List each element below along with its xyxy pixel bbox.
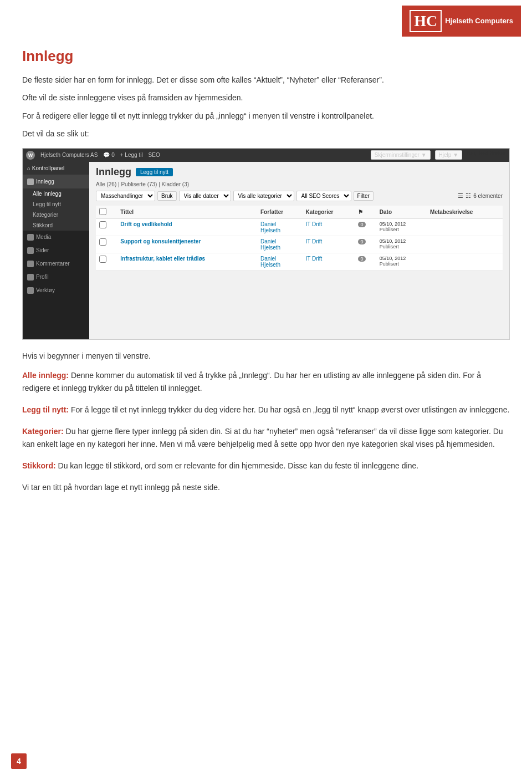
body-section-6: Vi tar en titt på hvordan lage et nytt i… [22, 481, 510, 494]
tool-icon [27, 287, 34, 294]
table-row: Drift og vedlikehold DanielHjelseth IT D… [96, 218, 503, 236]
sidebar-item-verktoy[interactable]: Verktøy [23, 284, 89, 297]
filter-button[interactable]: Filter [354, 191, 374, 201]
col-flag: ⚑ [355, 206, 376, 219]
wp-adminbar-new: + Legg til [120, 152, 143, 158]
wp-new-post-button[interactable]: Legg til nytt [136, 168, 173, 176]
grid-icon: ☰ [458, 192, 463, 200]
col-tittel: Tittel [117, 206, 257, 219]
logo: HC Hjelseth Computers [402, 6, 521, 37]
table-row: Support og konsulenttjenester DanielHjel… [96, 236, 503, 253]
wp-layout: ⌂ Kontrollpanel Innlegg Alle innlegg Leg… [23, 162, 509, 339]
wp-main-area: Innlegg Legg til nytt Alle (26) | Publis… [89, 162, 509, 339]
post-date-2: 05/10, 2012Publisert [376, 236, 427, 253]
row-checkbox [96, 236, 117, 253]
section3-bold: Legg til nytt: [22, 405, 69, 414]
wp-content-header: Innlegg Legg til nytt [89, 162, 509, 180]
apply-button[interactable]: Bruk [157, 191, 177, 201]
user-icon [27, 274, 34, 281]
sidebar-label-kommentarer: Kommentarer [36, 261, 70, 267]
post-meta-3 [427, 253, 503, 270]
body-section-2: Alle innlegg: Denne kommer du automatisk… [22, 369, 510, 395]
row-checkbox [96, 218, 117, 236]
wp-posts-title: Innlegg [96, 166, 131, 178]
wp-adminbar-site: Hjelseth Computers AS [40, 152, 98, 158]
wp-screenshot: W Hjelseth Computers AS 💬 0 + Legg til S… [22, 148, 510, 340]
sidebar-sub-alle-innlegg[interactable]: Alle innlegg [23, 188, 89, 199]
seo-filter-select[interactable]: All SEO Scores [296, 191, 351, 201]
wp-sidebar: ⌂ Kontrollpanel Innlegg Alle innlegg Leg… [23, 162, 89, 339]
posts-table: Tittel Forfatter Kategorier ⚑ Dato Metab… [96, 206, 503, 271]
wp-subnav-links: Alle (26) | Publiserte (73) | Kladder (3… [96, 181, 189, 187]
intro-paragraph-4: Det vil da se slik ut: [22, 128, 510, 140]
post-title-1[interactable]: Drift og vedlikehold [117, 218, 257, 236]
col-meta: Metabeskrivelse [427, 206, 503, 219]
section5-bold: Stikkord: [22, 461, 56, 470]
col-kategorier: Kategorier [302, 206, 355, 219]
sidebar-label-sider: Sider [36, 247, 49, 253]
sidebar-item-kommentarer[interactable]: Kommentarer [23, 257, 89, 271]
wp-adminbar-comments: 💬 0 [103, 152, 114, 158]
post-category-3: IT Drift [302, 253, 355, 270]
body-section-4: Kategorier: Du har gjerne flere typer in… [22, 425, 510, 451]
bulk-action-select[interactable]: Massehandlinger [96, 191, 155, 201]
wp-toolbar: Massehandlinger Bruk Vis alle datoer Vis… [89, 188, 509, 203]
post-title-3[interactable]: Infrastruktur, kablet eller trådløs [117, 253, 257, 270]
sidebar-item-innlegg[interactable]: Innlegg [23, 175, 89, 188]
page-icon [27, 247, 34, 254]
section3-text: For å legge til et nyt innlegg trykker d… [71, 405, 509, 414]
post-author-2: DanielHjelseth [257, 236, 302, 253]
date-filter-select[interactable]: Vis alle datoer [179, 191, 231, 201]
page-number: 4 [11, 753, 27, 769]
post-author-1: DanielHjelseth [257, 218, 302, 236]
main-content: Innlegg De fleste sider har en form for … [0, 37, 532, 523]
wp-adminbar: W Hjelseth Computers AS 💬 0 + Legg til S… [23, 149, 509, 162]
section4-bold: Kategorier: [22, 427, 64, 436]
section2-bold: Alle innlegg: [22, 371, 69, 380]
post-author-3: DanielHjelseth [257, 253, 302, 270]
sidebar-item-sider[interactable]: Sider [23, 244, 89, 257]
wp-user-greeting: Hei, Test Bruker [467, 150, 506, 160]
sidebar-label-media: Media [36, 234, 51, 240]
media-icon [27, 234, 34, 241]
select-all-checkbox[interactable] [99, 208, 106, 215]
sidebar-item-profil[interactable]: Profil [23, 271, 89, 284]
logo-company-name: Hjelseth Computers [445, 16, 513, 26]
row-select-checkbox[interactable] [99, 256, 106, 263]
page-title: Innlegg [22, 48, 510, 65]
intro-paragraph-1: De fleste sider har en form for innlegg.… [22, 74, 510, 86]
post-title-2[interactable]: Support og konsulenttjenester [117, 236, 257, 253]
sidebar-sub-kategorier[interactable]: Kategorier [23, 210, 89, 220]
post-flag-3: 0 [355, 253, 376, 270]
row-select-checkbox[interactable] [99, 221, 106, 228]
post-category-1: IT Drift [302, 218, 355, 236]
col-dato: Dato [376, 206, 427, 219]
intro-paragraph-3: For å redigere eller legge til et nytt i… [22, 110, 510, 122]
post-meta-2 [427, 236, 503, 253]
logo-initials: HC [410, 10, 442, 32]
col-checkbox [96, 206, 117, 219]
wp-hjelp-btn[interactable]: Hjelp ▼ [435, 150, 462, 160]
post-date-1: 05/10, 2012Publisert [376, 218, 427, 236]
element-count: 6 elementer [473, 193, 503, 199]
post-category-2: IT Drift [302, 236, 355, 253]
sidebar-sub-legg-til[interactable]: Legg til nytt [23, 199, 89, 210]
wp-sidebar-site: ⌂ Kontrollpanel [23, 162, 89, 175]
sidebar-sub-stikkord[interactable]: Stikkord [23, 220, 89, 231]
post-flag-1: 0 [355, 218, 376, 236]
section5-text: Du kan legge til stikkord, ord som er re… [58, 461, 419, 470]
section4-text: Du har gjerne flere typer innlegg på sid… [22, 427, 503, 448]
body-section-5: Stikkord: Du kan legge til stikkord, ord… [22, 460, 510, 472]
row-select-checkbox[interactable] [99, 238, 106, 246]
wp-skjerm-btn[interactable]: Skjerminnstillinger ▼ [371, 150, 431, 160]
body-section-1: Hvis vi begynner i menyen til venstre. [22, 350, 510, 363]
body-section-3: Legg til nytt: For å legge til et nyt in… [22, 404, 510, 416]
cat-filter-select[interactable]: Vis alle kategorier [233, 191, 294, 201]
sidebar-label-profil: Profil [36, 274, 49, 280]
sidebar-label-innlegg: Innlegg [36, 179, 54, 185]
table-row: Infrastruktur, kablet eller trådløs Dani… [96, 253, 503, 270]
wp-subnav: Alle (26) | Publiserte (73) | Kladder (3… [89, 180, 509, 188]
post-date-3: 05/10, 2012Publisert [376, 253, 427, 270]
sidebar-item-media[interactable]: Media [23, 231, 89, 244]
post-meta-1 [427, 218, 503, 236]
